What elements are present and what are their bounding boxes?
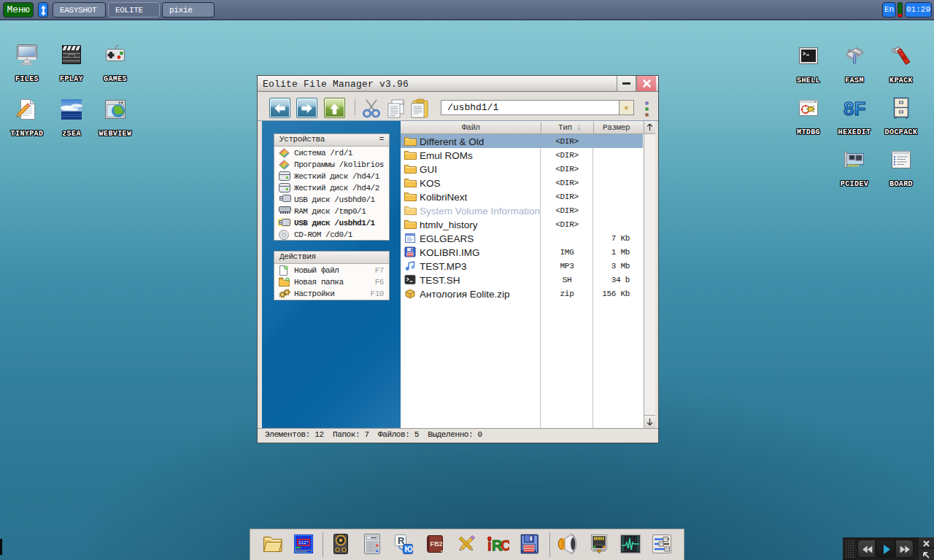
svg-text:8F: 8F [844, 98, 865, 120]
svg-text:Ю: Ю [405, 545, 413, 553]
svg-text:FB2: FB2 [431, 540, 443, 548]
svg-text:C: C [501, 537, 509, 553]
